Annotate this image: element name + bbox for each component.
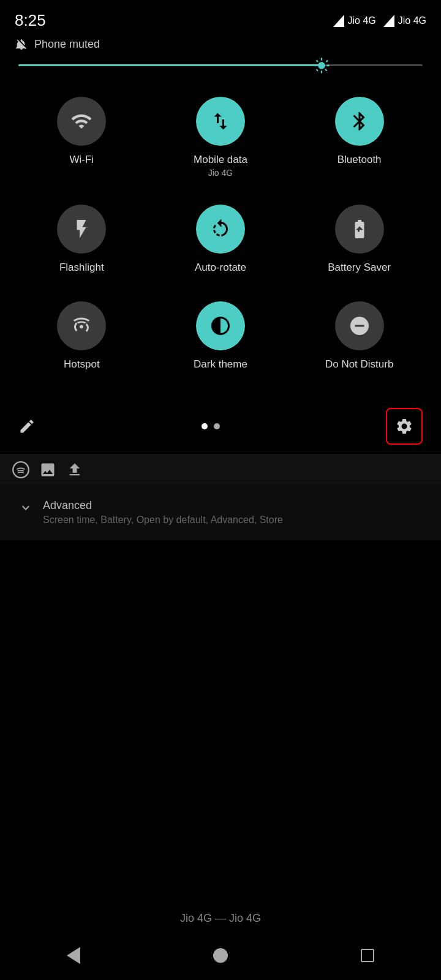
phone-muted-label: Phone muted	[34, 38, 100, 51]
wifi-label: Wi-Fi	[70, 153, 94, 167]
bluetooth-circle	[335, 97, 384, 146]
signal1-icon	[333, 15, 344, 27]
notification-bar	[0, 454, 441, 484]
brightness-icon	[313, 57, 330, 74]
mute-icon	[15, 37, 28, 51]
tiles-grid: Wi-Fi Mobile data Jio 4G Bluetooth Flash…	[0, 78, 441, 392]
network-footer: Jio 4G — Jio 4G	[0, 912, 441, 925]
flashlight-circle	[57, 205, 106, 254]
hotspot-icon	[70, 315, 92, 337]
dnd-icon	[349, 315, 371, 337]
dnd-label: Do Not Disturb	[325, 358, 393, 371]
bluetooth-label: Bluetooth	[337, 153, 382, 167]
edit-button[interactable]	[18, 418, 36, 435]
tile-auto-rotate[interactable]: Auto-rotate	[151, 192, 290, 289]
tile-hotspot[interactable]: Hotspot	[12, 289, 151, 386]
tile-battery-saver[interactable]: Battery Saver	[290, 192, 429, 289]
phone-muted-row: Phone muted	[0, 35, 441, 58]
bluetooth-icon	[349, 110, 371, 132]
battery-saver-icon	[349, 218, 371, 240]
signal2-label: Jio 4G	[398, 15, 426, 26]
signal2-icon	[383, 15, 394, 27]
advanced-item[interactable]: Advanced Screen time, Battery, Open by d…	[18, 499, 423, 526]
advanced-title: Advanced	[43, 499, 283, 512]
bottom-toolbar	[0, 398, 441, 454]
pagination-dots	[202, 423, 220, 429]
image-icon	[39, 461, 56, 478]
battery-saver-label: Battery Saver	[328, 261, 391, 274]
advanced-desc: Screen time, Battery, Open by default, A…	[43, 514, 283, 526]
dnd-circle	[335, 301, 384, 350]
tile-mobile-data[interactable]: Mobile data Jio 4G	[151, 85, 290, 192]
pencil-icon	[18, 418, 36, 435]
recents-button[interactable]	[361, 949, 374, 962]
home-button[interactable]	[213, 948, 228, 963]
battery-saver-circle	[335, 205, 384, 254]
nav-bar	[0, 931, 441, 980]
mobile-data-sublabel: Jio 4G	[208, 168, 233, 178]
mobile-data-icon	[209, 110, 232, 132]
svg-marker-0	[333, 15, 344, 27]
dark-theme-label: Dark theme	[194, 358, 247, 371]
auto-rotate-circle	[196, 205, 245, 254]
dot-1	[202, 423, 208, 429]
advanced-text: Advanced Screen time, Battery, Open by d…	[43, 499, 283, 526]
tile-bluetooth[interactable]: Bluetooth	[290, 85, 429, 192]
dark-theme-circle	[196, 301, 245, 350]
tile-flashlight[interactable]: Flashlight	[12, 192, 151, 289]
dot-2	[214, 423, 220, 429]
advanced-section: Advanced Screen time, Battery, Open by d…	[0, 484, 441, 540]
dark-theme-icon	[209, 315, 232, 337]
back-button[interactable]	[67, 947, 80, 964]
svg-point-2	[13, 462, 29, 478]
settings-button[interactable]	[386, 408, 423, 445]
signal-group: Jio 4G Jio 4G	[333, 15, 427, 27]
auto-rotate-icon	[209, 218, 232, 240]
phone-muted-left: Phone muted	[15, 37, 100, 51]
wifi-icon	[70, 110, 92, 132]
brightness-track[interactable]	[18, 64, 423, 66]
gear-icon	[395, 417, 413, 435]
chevron-down-icon	[18, 500, 33, 515]
wifi-circle	[57, 97, 106, 146]
tile-dark-theme[interactable]: Dark theme	[151, 289, 290, 386]
mobile-data-label: Mobile data	[194, 153, 247, 167]
svg-marker-1	[383, 15, 394, 27]
mobile-data-circle	[196, 97, 245, 146]
flashlight-icon	[70, 218, 92, 240]
hotspot-circle	[57, 301, 106, 350]
flashlight-label: Flashlight	[59, 261, 104, 274]
network-label: Jio 4G — Jio 4G	[180, 912, 261, 924]
auto-rotate-label: Auto-rotate	[195, 261, 246, 274]
spotify-icon	[12, 461, 29, 478]
status-bar: 8:25 Jio 4G Jio 4G	[0, 0, 441, 35]
hotspot-label: Hotspot	[64, 358, 100, 371]
tile-dnd[interactable]: Do Not Disturb	[290, 289, 429, 386]
brightness-thumb[interactable]	[311, 55, 333, 77]
tile-wifi[interactable]: Wi-Fi	[12, 85, 151, 192]
upload-icon	[66, 461, 83, 478]
status-time: 8:25	[15, 11, 46, 30]
brightness-slider[interactable]	[0, 58, 441, 78]
signal1-label: Jio 4G	[348, 15, 376, 26]
